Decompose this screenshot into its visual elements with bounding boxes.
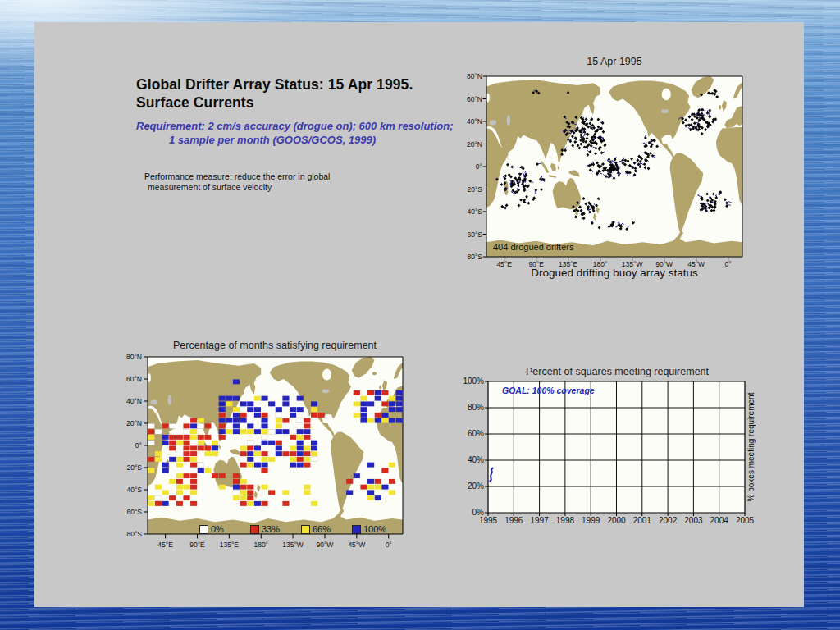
lon-tick-label: 135°E — [554, 260, 583, 268]
x-tick-label: 1995 — [474, 516, 502, 525]
performance-line2: measurement of surface velocity — [144, 182, 390, 193]
slide-title-line2: Surface Currents — [136, 94, 481, 112]
lon-tick-label: 45°W — [682, 260, 711, 268]
timeseries-title: Percent of squares meeting requirement — [490, 366, 745, 377]
lat-tick-label: 60°N — [451, 95, 482, 103]
y-tick-label: 60% — [450, 429, 484, 438]
lat-tick-label: 60°N — [111, 375, 142, 383]
lat-tick-label: 60°S — [451, 231, 482, 239]
lat-tick-label: 0° — [451, 162, 482, 171]
lon-tick-label: 90°E — [522, 260, 551, 268]
x-tick-label: 1996 — [500, 516, 527, 525]
lat-tick-label: 20°N — [451, 140, 482, 148]
lat-tick-label: 20°S — [111, 463, 142, 472]
lat-tick-label: 20°S — [451, 185, 482, 194]
legend-label: 66% — [313, 524, 331, 534]
timeseries-chart — [488, 381, 745, 513]
legend-label: 0% — [211, 524, 224, 534]
coverage-map-title: Percentage of months satisfying requirem… — [135, 340, 414, 351]
lon-tick-label: 90°W — [650, 260, 679, 268]
lat-tick-label: 40°S — [111, 486, 142, 494]
lat-tick-label: 40°S — [451, 208, 482, 216]
lon-tick-label: 0° — [374, 541, 404, 549]
performance-text: Performance measure: reduce the error in… — [144, 171, 390, 192]
drifter-map-title: 15 Apr 1995 — [486, 56, 742, 67]
lon-tick-label: 180° — [586, 260, 615, 268]
x-tick-label: 1997 — [526, 516, 554, 525]
lon-tick-label: 135°W — [278, 541, 308, 549]
drifter-count-annotation: 404 drogued drifters — [493, 242, 573, 252]
lat-tick-label: 40°N — [451, 117, 482, 126]
legend-item: 0% — [199, 524, 224, 534]
x-tick-label: 2002 — [654, 516, 682, 525]
lat-tick-label: 0° — [111, 441, 142, 450]
requirement-line2: 1 sample per month (GOOS/GCOS, 1999) — [136, 133, 464, 147]
lon-tick-label: 45°E — [151, 541, 180, 549]
y-tick-label: 20% — [450, 482, 484, 491]
slide-title-line1: Global Drifter Array Status: 15 Apr 1995… — [136, 75, 481, 94]
legend-label: 100% — [363, 524, 386, 534]
x-tick-label: 2000 — [603, 516, 631, 525]
y-tick-label: 100% — [450, 377, 484, 386]
lat-tick-label: 80°S — [451, 253, 482, 261]
requirement-text: Requirement: 2 cm/s accuracy (drogue on)… — [136, 119, 464, 147]
x-tick-label: 2001 — [628, 516, 656, 525]
lat-tick-label: 80°N — [111, 353, 142, 361]
y-tick-label: 80% — [450, 403, 484, 412]
lon-tick-label: 45°E — [490, 260, 519, 268]
coverage-map — [148, 357, 403, 534]
lon-tick-label: 90°W — [310, 541, 340, 549]
lat-tick-label: 40°N — [111, 397, 142, 405]
x-tick-label: 1999 — [577, 516, 605, 525]
drifter-map — [486, 76, 742, 257]
y-tick-label: 40% — [450, 455, 484, 464]
lat-tick-label: 80°S — [111, 530, 142, 538]
legend-swatch — [352, 525, 361, 534]
legend-label: 33% — [262, 524, 280, 534]
lon-tick-label: 135°E — [214, 541, 244, 549]
goal-annotation: GOAL: 100% coverage — [502, 386, 595, 395]
lon-tick-label: 0° — [714, 260, 743, 268]
legend-item: 100% — [352, 524, 386, 534]
lon-tick-label: 180° — [246, 541, 276, 549]
requirement-line1: Requirement: 2 cm/s accuracy (drogue on)… — [136, 119, 464, 133]
performance-line1: Performance measure: reduce the error in… — [144, 171, 390, 182]
legend-item: 33% — [250, 524, 280, 534]
timeseries-right-axis-label: % boxes meeting requirement — [746, 381, 756, 513]
legend-swatch — [199, 525, 208, 534]
legend-item: 66% — [301, 524, 331, 534]
lon-tick-label: 90°E — [182, 541, 212, 549]
lat-tick-label: 60°S — [111, 508, 142, 516]
x-tick-label: 2004 — [705, 516, 733, 525]
lat-tick-label: 80°N — [451, 72, 482, 80]
x-tick-label: 2003 — [679, 516, 707, 525]
x-tick-label: 1998 — [551, 516, 579, 525]
x-tick-label: 2005 — [731, 516, 759, 525]
lon-tick-label: 135°W — [618, 260, 647, 268]
ocean-background: Global Drifter Array Status: 15 Apr 1995… — [0, 0, 840, 630]
drifter-map-caption: Drogued drifting buoy array status — [486, 267, 742, 279]
legend-swatch — [250, 525, 259, 534]
slide-title: Global Drifter Array Status: 15 Apr 1995… — [136, 75, 481, 112]
legend-swatch — [301, 525, 310, 534]
lon-tick-label: 45°W — [342, 541, 372, 549]
lat-tick-label: 20°N — [111, 419, 142, 427]
